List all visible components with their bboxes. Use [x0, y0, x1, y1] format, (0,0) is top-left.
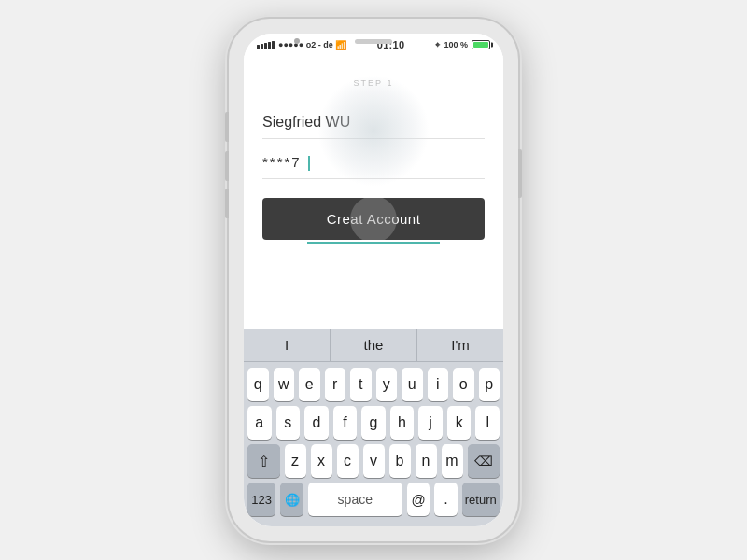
- at-label: @: [411, 492, 425, 508]
- app-content: STEP 1 ****7 Creat Account: [244, 56, 503, 526]
- button-underline: [307, 242, 441, 244]
- key-a[interactable]: a: [247, 406, 272, 440]
- globe-icon: 🌐: [285, 493, 300, 507]
- button-ripple: [350, 198, 397, 240]
- key-c[interactable]: c: [337, 444, 359, 478]
- create-account-button[interactable]: Creat Account: [262, 198, 485, 240]
- autocorrect-item-2[interactable]: the: [331, 329, 417, 361]
- period-key[interactable]: .: [434, 483, 457, 516]
- key-z[interactable]: z: [285, 444, 306, 478]
- signal-dot-4: [268, 42, 271, 49]
- signal-strength: [257, 41, 275, 49]
- battery-fill: [473, 42, 488, 48]
- battery-indicator: [472, 40, 490, 49]
- key-t[interactable]: t: [350, 368, 372, 401]
- key-r[interactable]: r: [325, 368, 346, 401]
- key-v[interactable]: v: [363, 444, 385, 478]
- num-key[interactable]: 123: [247, 483, 275, 516]
- key-k[interactable]: k: [447, 406, 472, 440]
- key-x[interactable]: x: [311, 444, 332, 478]
- name-input[interactable]: [262, 110, 485, 139]
- delete-icon: ⌫: [474, 454, 493, 469]
- num-label: 123: [251, 493, 272, 507]
- autocorrect-bar: I the I'm: [244, 329, 503, 362]
- space-label: space: [338, 492, 373, 507]
- key-w[interactable]: w: [274, 368, 295, 401]
- key-q[interactable]: q: [247, 368, 269, 401]
- key-u[interactable]: u: [402, 368, 423, 401]
- signal-dot-5: [272, 41, 275, 49]
- space-key[interactable]: space: [308, 483, 402, 516]
- key-i[interactable]: i: [428, 368, 449, 401]
- front-camera: [294, 38, 300, 44]
- period-label: .: [444, 491, 447, 508]
- keyboard-rows: q w e r t y u i o p: [244, 362, 503, 526]
- shift-key[interactable]: ⇧: [247, 444, 280, 478]
- key-row-4: 123 🌐 space @ .: [247, 483, 500, 520]
- return-key[interactable]: return: [462, 483, 500, 516]
- key-b[interactable]: b: [389, 444, 411, 478]
- key-o[interactable]: o: [453, 368, 474, 401]
- wifi-icon: 📶: [335, 40, 346, 50]
- shift-icon: ⇧: [258, 453, 270, 470]
- keyboard: I the I'm q w e: [244, 329, 503, 526]
- autocorrect-item-1[interactable]: I: [244, 329, 331, 361]
- phone-device: ●●●●● o2 - de 📶 01:10 ⌖ 100 % STEP 1: [229, 19, 518, 541]
- form-area: STEP 1 ****7 Creat Account: [244, 56, 503, 253]
- key-row-1: q w e r t y u i o p: [247, 368, 500, 401]
- location-icon: ⌖: [435, 40, 440, 50]
- status-left: ●●●●● o2 - de 📶: [257, 40, 346, 50]
- key-s[interactable]: s: [276, 406, 301, 440]
- battery-percent: 100 %: [444, 40, 468, 49]
- phone-screen: ●●●●● o2 - de 📶 01:10 ⌖ 100 % STEP 1: [244, 34, 503, 526]
- earpiece: [355, 39, 392, 44]
- key-row-3: ⇧ z x c v b n m ⌫: [247, 444, 500, 478]
- key-g[interactable]: g: [361, 406, 386, 440]
- key-n[interactable]: n: [416, 444, 437, 478]
- password-display[interactable]: ****7: [262, 150, 485, 179]
- at-key[interactable]: @: [407, 483, 430, 516]
- key-row-2: a s d f g h j k l: [247, 406, 500, 440]
- key-f[interactable]: f: [333, 406, 358, 440]
- key-d[interactable]: d: [304, 406, 329, 440]
- phone-frame: ●●●●● o2 - de 📶 01:10 ⌖ 100 % STEP 1: [229, 19, 518, 541]
- globe-key[interactable]: 🌐: [280, 483, 303, 516]
- key-h[interactable]: h: [390, 406, 415, 440]
- signal-dot-2: [261, 44, 263, 49]
- key-e[interactable]: e: [299, 368, 320, 401]
- step-label: STEP 1: [262, 78, 485, 88]
- signal-dot-3: [264, 43, 267, 49]
- key-l[interactable]: l: [475, 406, 500, 440]
- signal-dot-1: [257, 45, 260, 49]
- status-right: ⌖ 100 %: [435, 40, 490, 50]
- key-j[interactable]: j: [418, 406, 443, 440]
- key-p[interactable]: p: [479, 368, 500, 401]
- password-text: ****7: [262, 154, 302, 170]
- text-cursor: [308, 156, 310, 171]
- return-label: return: [465, 493, 497, 507]
- autocorrect-item-3[interactable]: I'm: [417, 329, 503, 361]
- key-y[interactable]: y: [376, 368, 398, 401]
- delete-key[interactable]: ⌫: [468, 444, 500, 478]
- key-m[interactable]: m: [442, 444, 463, 478]
- status-bar: ●●●●● o2 - de 📶 01:10 ⌖ 100 %: [244, 34, 503, 56]
- carrier-label: ●●●●● o2 - de: [278, 40, 333, 49]
